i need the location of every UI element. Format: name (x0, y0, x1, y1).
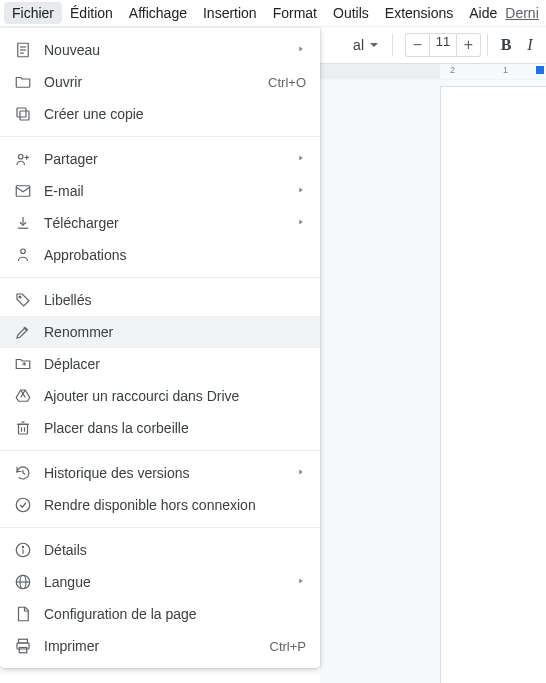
ruler-tick: 1 (503, 65, 508, 75)
file-menu-item[interactable]: OuvrirCtrl+O (0, 66, 320, 98)
menu-affichage[interactable]: Affichage (121, 2, 195, 24)
font-size-input[interactable]: 11 (429, 33, 457, 57)
menubar: Fichier Édition Affichage Insertion Form… (0, 0, 546, 26)
file-menu-item[interactable]: Libellés (0, 284, 320, 316)
toolbar-separator (487, 34, 488, 56)
copy-icon (14, 105, 32, 123)
rename-icon (14, 323, 32, 341)
menu-item-label: Approbations (44, 247, 306, 263)
file-menu-item[interactable]: Configuration de la page (0, 598, 320, 630)
file-menu-item[interactable]: E-mail (0, 175, 320, 207)
file-menu-item[interactable]: Ajouter un raccourci dans Drive (0, 380, 320, 412)
menu-item-label: Partager (44, 151, 284, 167)
offline-icon (14, 496, 32, 514)
submenu-caret-icon (296, 467, 306, 479)
menu-fichier[interactable]: Fichier (4, 2, 62, 24)
print-icon (14, 637, 32, 655)
info-icon (14, 541, 32, 559)
document-page[interactable] (440, 86, 546, 683)
last-modified-link[interactable]: Derni (505, 5, 542, 21)
menu-item-label: Télécharger (44, 215, 284, 231)
approve-icon (14, 246, 32, 264)
mail-icon (14, 182, 32, 200)
file-menu-item[interactable]: Partager (0, 143, 320, 175)
download-icon (14, 214, 32, 232)
menu-item-label: Imprimer (44, 638, 258, 654)
file-menu-item[interactable]: Créer une copie (0, 98, 320, 130)
file-menu-item[interactable]: Déplacer (0, 348, 320, 380)
file-menu-item[interactable]: Rendre disponible hors connexion (0, 489, 320, 521)
file-menu-item[interactable]: ImprimerCtrl+P (0, 630, 320, 662)
menu-separator (0, 136, 320, 137)
paragraph-style-label: al (353, 37, 364, 53)
trash-icon (14, 419, 32, 437)
share-icon (14, 150, 32, 168)
ruler-tick: 2 (450, 65, 455, 75)
menu-item-label: Déplacer (44, 356, 306, 372)
menu-insertion[interactable]: Insertion (195, 2, 265, 24)
page-icon (14, 605, 32, 623)
toolbar-separator (392, 34, 393, 56)
paragraph-style-select[interactable]: al (345, 33, 386, 57)
menu-item-label: Détails (44, 542, 306, 558)
tag-icon (14, 291, 32, 309)
menu-item-label: Ajouter un raccourci dans Drive (44, 388, 306, 404)
file-menu-item[interactable]: Détails (0, 534, 320, 566)
menu-item-label: Langue (44, 574, 284, 590)
menu-extensions[interactable]: Extensions (377, 2, 461, 24)
submenu-caret-icon (296, 576, 306, 588)
file-menu-item[interactable]: Historique des versions (0, 457, 320, 489)
menu-item-label: Configuration de la page (44, 606, 306, 622)
menu-item-shortcut: Ctrl+P (270, 639, 306, 654)
menu-item-label: Rendre disponible hors connexion (44, 497, 306, 513)
file-menu-item[interactable]: Nouveau (0, 34, 320, 66)
submenu-caret-icon (296, 185, 306, 197)
menu-outils[interactable]: Outils (325, 2, 377, 24)
menu-item-label: Renommer (44, 324, 306, 340)
menu-item-label: Historique des versions (44, 465, 284, 481)
menu-item-shortcut: Ctrl+O (268, 75, 306, 90)
font-size-decrease-button[interactable]: − (405, 33, 429, 57)
file-menu-item[interactable]: Placer dans la corbeille (0, 412, 320, 444)
file-menu-dropdown: NouveauOuvrirCtrl+OCréer une copiePartag… (0, 28, 320, 668)
menu-item-label: E-mail (44, 183, 284, 199)
doc-icon (14, 41, 32, 59)
italic-button[interactable]: I (518, 33, 542, 57)
tab-stop-marker[interactable] (536, 66, 544, 74)
menu-item-label: Placer dans la corbeille (44, 420, 306, 436)
menu-separator (0, 277, 320, 278)
folder-icon (14, 73, 32, 91)
font-size-increase-button[interactable]: + (457, 33, 481, 57)
file-menu-item[interactable]: Langue (0, 566, 320, 598)
submenu-caret-icon (296, 44, 306, 56)
chevron-down-icon (370, 43, 378, 47)
menu-separator (0, 527, 320, 528)
menu-item-label: Libellés (44, 292, 306, 308)
menu-separator (0, 450, 320, 451)
history-icon (14, 464, 32, 482)
globe-icon (14, 573, 32, 591)
move-icon (14, 355, 32, 373)
file-menu-item[interactable]: Télécharger (0, 207, 320, 239)
submenu-caret-icon (296, 153, 306, 165)
file-menu-item[interactable]: Approbations (0, 239, 320, 271)
menu-item-label: Ouvrir (44, 74, 256, 90)
menu-item-label: Nouveau (44, 42, 284, 58)
drive-icon (14, 387, 32, 405)
menu-edition[interactable]: Édition (62, 2, 121, 24)
menu-format[interactable]: Format (265, 2, 325, 24)
menu-aide[interactable]: Aide (461, 2, 505, 24)
file-menu-item[interactable]: Renommer (0, 316, 320, 348)
submenu-caret-icon (296, 217, 306, 229)
menu-item-label: Créer une copie (44, 106, 306, 122)
document-canvas[interactable] (320, 80, 546, 683)
bold-button[interactable]: B (494, 33, 518, 57)
